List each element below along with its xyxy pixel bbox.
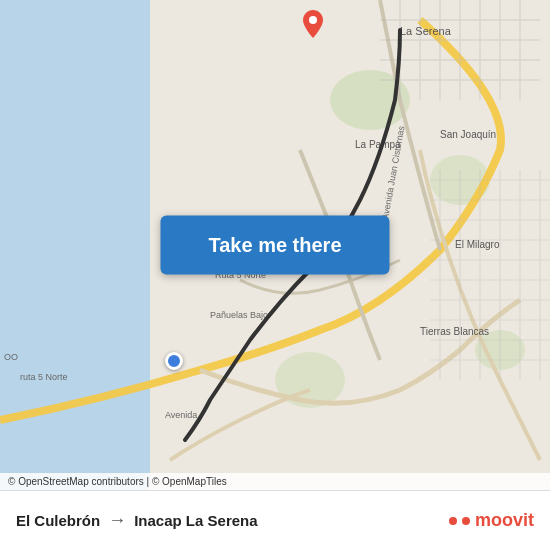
svg-text:Pañuelas Bajo: Pañuelas Bajo: [210, 310, 268, 320]
take-me-there-button[interactable]: Take me there: [160, 216, 389, 275]
svg-text:ruta 5 Norte: ruta 5 Norte: [20, 372, 68, 382]
destination-label: Inacap La Serena: [134, 512, 257, 529]
moovit-dot2-icon: [462, 517, 470, 525]
svg-text:El Milagro: El Milagro: [455, 239, 500, 250]
origin-pin: [165, 352, 183, 370]
svg-text:Avenida: Avenida: [165, 410, 197, 420]
route-info: El Culebrón → Inacap La Serena: [16, 510, 258, 531]
attribution-text: © OpenStreetMap contributors | © OpenMap…: [8, 476, 227, 487]
footer: El Culebrón → Inacap La Serena moovit: [0, 490, 550, 550]
moovit-logo: moovit: [449, 510, 534, 531]
svg-text:Tierras Blancas: Tierras Blancas: [420, 326, 489, 337]
destination-pin: [303, 10, 323, 38]
map-attribution: © OpenStreetMap contributors | © OpenMap…: [0, 473, 550, 490]
svg-text:La Serena: La Serena: [400, 25, 452, 37]
svg-text:OO: OO: [4, 352, 18, 362]
moovit-brand-text: moovit: [475, 510, 534, 531]
moovit-dot-icon: [449, 517, 457, 525]
map-container: La Serena La Pampa San Joaquín El Milagr…: [0, 0, 550, 490]
origin-label: El Culebrón: [16, 512, 100, 529]
arrow-icon: →: [108, 510, 126, 531]
svg-text:San Joaquín: San Joaquín: [440, 129, 496, 140]
svg-point-44: [309, 16, 317, 24]
